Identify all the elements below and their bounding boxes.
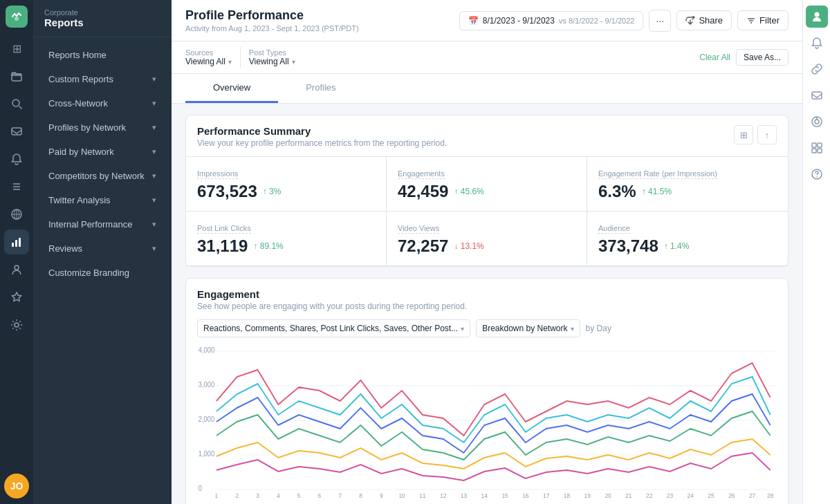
header-right: 📅 8/1/2023 - 9/1/2023 vs 8/1/2022 - 9/1/… <box>459 10 788 32</box>
svg-text:12: 12 <box>440 492 446 498</box>
sidebar: Corporate Reports Reports Home Custom Re… <box>33 0 172 504</box>
search-nav-icon[interactable] <box>4 91 29 116</box>
svg-text:4,000: 4,000 <box>199 346 214 354</box>
post-types-filter[interactable]: Post Types Viewing All ▾ <box>249 48 295 66</box>
svg-text:14: 14 <box>481 492 488 498</box>
app-logo <box>6 6 28 28</box>
bell-nav-icon[interactable] <box>4 147 29 171</box>
performance-summary-header: Performance Summary View your key profil… <box>186 115 788 148</box>
tab-profiles[interactable]: Profiles <box>278 74 363 103</box>
grid-view-button[interactable]: ⊞ <box>734 125 753 144</box>
share-button[interactable]: Share <box>676 10 732 30</box>
sidebar-item-reviews[interactable]: Reviews ▾ <box>37 237 167 260</box>
metric-change-2: ↑ 41.5% <box>642 187 672 196</box>
sidebar-item-paid-network[interactable]: Paid by Network ▾ <box>37 140 167 163</box>
chart-nav-icon[interactable] <box>4 230 29 254</box>
metric-label-4: Video Views <box>398 224 439 234</box>
svg-point-59 <box>815 120 819 124</box>
sidebar-label-twitter-analysis: Twitter Analysis <box>48 195 111 205</box>
metric-cell-3: Post Link Clicks 31,119 ↑ 89.1% <box>186 212 387 266</box>
svg-text:17: 17 <box>543 492 549 498</box>
analytics-right-icon[interactable] <box>806 111 828 133</box>
svg-point-12 <box>15 265 19 270</box>
svg-text:8: 8 <box>359 492 362 498</box>
network-nav-icon[interactable] <box>4 202 29 227</box>
svg-text:10: 10 <box>398 492 405 498</box>
metric-label-3: Post Link Clicks <box>197 224 251 234</box>
left-icon-bar: ⊞ <box>0 0 33 504</box>
share-icon <box>685 16 695 26</box>
calendar-icon: 📅 <box>468 16 479 26</box>
sidebar-label-paid-network: Paid by Network <box>48 147 114 157</box>
grid-right-icon[interactable] <box>806 137 828 159</box>
engagement-header: Engagement See how people are engaging w… <box>186 279 788 311</box>
chevron-icon-custom-reports: ▾ <box>152 75 156 84</box>
list-nav-icon[interactable] <box>4 174 29 199</box>
chevron-icon-competitors: ▾ <box>152 171 156 180</box>
clear-all-button[interactable]: Clear All <box>699 49 730 66</box>
engagement-subtitle: See how people are engaging with your po… <box>197 301 777 311</box>
filter-button[interactable]: Filter <box>737 10 788 30</box>
metric-value-1: 42,459 ↑ 45.6% <box>398 182 575 201</box>
folder-nav-icon[interactable] <box>4 64 29 88</box>
sidebar-item-cross-network[interactable]: Cross-Network ▾ <box>37 92 167 115</box>
home-nav-icon[interactable]: ⊞ <box>4 36 29 61</box>
help-right-icon[interactable] <box>806 163 828 185</box>
chevron-icon-profiles: ▾ <box>152 123 156 132</box>
sidebar-item-custom-reports[interactable]: Custom Reports ▾ <box>37 68 167 91</box>
metrics-dropdown[interactable]: Reactions, Comments, Shares, Post Link C… <box>197 319 470 337</box>
user-profile-icon[interactable] <box>806 6 828 28</box>
sidebar-item-reports-home[interactable]: Reports Home <box>37 44 167 66</box>
svg-point-56 <box>814 12 819 17</box>
svg-text:1: 1 <box>215 492 219 498</box>
engagement-chart: 4,000 3,000 2,000 1,000 0 <box>197 346 777 498</box>
svg-rect-61 <box>812 143 816 147</box>
export-button[interactable]: ↑ <box>757 125 777 144</box>
svg-rect-10 <box>15 240 17 247</box>
post-types-value: Viewing All <box>249 57 289 66</box>
metric-value-0: 673,523 ↑ 3% <box>197 182 375 201</box>
sidebar-title: Reports <box>44 17 160 28</box>
svg-text:27: 27 <box>749 492 755 498</box>
main-header: Profile Performance Activity from Aug 1,… <box>172 0 802 41</box>
sidebar-item-twitter-analysis[interactable]: Twitter Analysis ▾ <box>37 189 167 212</box>
tab-overview[interactable]: Overview <box>185 74 278 103</box>
svg-point-0 <box>15 17 19 21</box>
sidebar-item-internal-performance[interactable]: Internal Performance ▾ <box>37 213 167 236</box>
sidebar-label-customize-branding: Customize Branding <box>48 268 129 278</box>
more-options-button[interactable]: ··· <box>649 10 671 32</box>
metric-change-1: ↑ 45.6% <box>454 187 483 196</box>
metric-cell-1: Engagements 42,459 ↑ 45.6% <box>387 157 587 212</box>
performance-summary-title: Performance Summary <box>197 125 447 137</box>
sidebar-item-competitors-network[interactable]: Competitors by Network ▾ <box>37 165 167 187</box>
user-avatar-bottom[interactable]: JO <box>4 474 29 498</box>
header-subtitle: Activity from Aug 1, 2023 - Sept 1, 2023… <box>185 24 359 32</box>
metric-cell-5: Audience 373,748 ↑ 1.4% <box>587 212 788 266</box>
link-right-icon[interactable] <box>806 58 828 80</box>
chart-controls: Reactions, Comments, Shares, Post Link C… <box>186 311 788 346</box>
chevron-icon-paid: ▾ <box>152 147 156 156</box>
engagement-title: Engagement <box>197 288 777 300</box>
star-nav-icon[interactable] <box>4 285 29 310</box>
notification-right-icon[interactable] <box>806 32 828 54</box>
breakdown-dropdown[interactable]: Breakdown by Network ▾ <box>476 319 580 337</box>
metric-label-2: Engagement Rate (per Impression) <box>598 169 717 179</box>
svg-text:3: 3 <box>256 492 259 498</box>
chart-area: 4,000 3,000 2,000 1,000 0 <box>186 346 788 504</box>
mail-right-icon[interactable] <box>806 84 828 106</box>
svg-rect-63 <box>812 149 816 153</box>
sources-filter[interactable]: Sources Viewing All ▾ <box>185 48 232 66</box>
date-range-text: 8/1/2023 - 9/1/2023 <box>483 16 555 26</box>
date-range-button[interactable]: 📅 8/1/2023 - 9/1/2023 vs 8/1/2022 - 9/1/… <box>459 11 644 30</box>
svg-text:2: 2 <box>235 492 239 498</box>
sidebar-item-customize-branding[interactable]: Customize Branding <box>37 261 167 284</box>
people-nav-icon[interactable] <box>4 257 29 282</box>
inbox-nav-icon[interactable] <box>4 119 29 144</box>
save-as-button[interactable]: Save As... <box>736 49 788 66</box>
svg-text:28: 28 <box>767 492 773 498</box>
breakdown-dropdown-label: Breakdown by Network <box>482 324 567 333</box>
svg-text:4: 4 <box>277 492 280 498</box>
settings-nav-icon[interactable] <box>4 312 29 337</box>
filter-divider-1 <box>240 47 241 68</box>
sidebar-item-profiles-network[interactable]: Profiles by Network ▾ <box>37 116 167 139</box>
